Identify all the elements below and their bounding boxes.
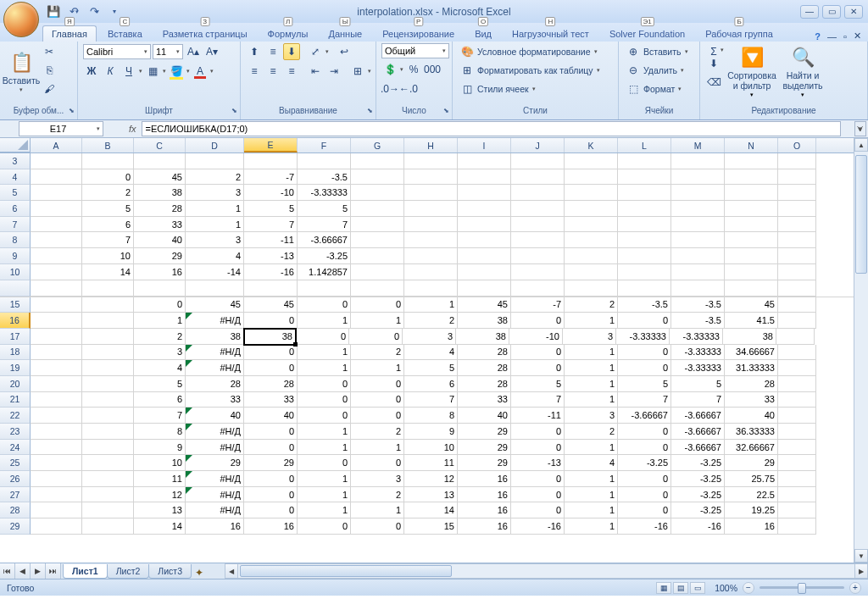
- cell[interactable]: [618, 264, 671, 280]
- decrease-indent-icon[interactable]: ⇤: [307, 63, 324, 80]
- cell[interactable]: 0: [618, 502, 671, 518]
- cell[interactable]: 1: [351, 440, 404, 456]
- cell[interactable]: [404, 248, 458, 264]
- cell[interactable]: [31, 345, 82, 361]
- cell[interactable]: -3.66667: [298, 232, 351, 248]
- cell[interactable]: 40: [725, 408, 778, 424]
- cell[interactable]: [31, 297, 82, 313]
- cell[interactable]: -16: [618, 518, 671, 535]
- cell[interactable]: 29: [458, 455, 511, 471]
- normal-view-icon[interactable]: ▦: [656, 582, 671, 594]
- cell[interactable]: -16: [511, 518, 565, 535]
- zoom-in-icon[interactable]: +: [849, 582, 861, 594]
- office-button[interactable]: [3, 2, 39, 37]
- sort-filter-button[interactable]: 🔽 Сортировка и фильтр▾: [726, 43, 778, 99]
- format-painter-icon[interactable]: 🖌: [41, 80, 58, 97]
- cell[interactable]: 7: [298, 217, 351, 233]
- help-icon[interactable]: ?: [815, 31, 821, 42]
- sheet-nav-prev-icon[interactable]: ◀: [15, 563, 31, 579]
- row-header[interactable]: 26: [0, 471, 31, 487]
- zoom-out-icon[interactable]: −: [743, 582, 754, 594]
- qat-save-icon[interactable]: 💾: [44, 3, 63, 20]
- cell[interactable]: [82, 376, 134, 392]
- cell[interactable]: 0: [351, 376, 404, 392]
- align-right-icon[interactable]: ≡: [283, 63, 300, 80]
- cell[interactable]: 1: [351, 313, 404, 329]
- cell[interactable]: [565, 248, 618, 264]
- copy-icon[interactable]: ⎘: [41, 62, 58, 79]
- cell[interactable]: [31, 217, 82, 233]
- scroll-thumb-h[interactable]: [240, 565, 452, 577]
- cell[interactable]: [404, 217, 458, 233]
- cell[interactable]: -13: [511, 455, 565, 471]
- cell[interactable]: 7: [511, 392, 565, 408]
- zoom-level[interactable]: 100%: [715, 583, 737, 593]
- thousands-icon[interactable]: 000: [424, 61, 441, 78]
- cell[interactable]: 0: [511, 440, 565, 456]
- cell[interactable]: [618, 153, 671, 169]
- row-header[interactable]: 18: [0, 345, 31, 361]
- currency-icon[interactable]: 💲: [381, 61, 398, 78]
- fill-color-icon[interactable]: 🪣: [168, 63, 185, 80]
- column-header[interactable]: L: [618, 138, 671, 152]
- cell[interactable]: 28: [458, 376, 511, 392]
- cell[interactable]: 16: [458, 518, 511, 535]
- cell[interactable]: [511, 217, 565, 233]
- borders-icon[interactable]: ▦: [144, 63, 161, 80]
- cell[interactable]: -3.5: [298, 169, 351, 186]
- expand-formula-bar-icon[interactable]: ⮟: [854, 121, 866, 136]
- cell[interactable]: [298, 153, 351, 169]
- wrap-text-icon[interactable]: ↩: [336, 43, 353, 60]
- cell[interactable]: 5: [671, 376, 725, 392]
- cell[interactable]: 0: [511, 487, 565, 503]
- cell[interactable]: 3: [565, 408, 618, 424]
- cell[interactable]: 7: [244, 217, 298, 233]
- cell[interactable]: [778, 360, 816, 376]
- cell[interactable]: 29: [458, 440, 511, 456]
- cell[interactable]: 28: [186, 376, 244, 392]
- cell[interactable]: 14: [134, 518, 186, 535]
- cell[interactable]: 1: [404, 297, 458, 313]
- cell[interactable]: 25.75: [725, 471, 778, 487]
- cell[interactable]: [134, 153, 186, 169]
- cell[interactable]: 8: [134, 424, 186, 440]
- cell[interactable]: [31, 248, 82, 264]
- cell[interactable]: -3.33333: [616, 329, 670, 345]
- cell[interactable]: [725, 185, 778, 201]
- cell[interactable]: [725, 169, 778, 186]
- vertical-scrollbar[interactable]: ▲ ▼: [854, 138, 868, 563]
- cell[interactable]: [618, 232, 671, 248]
- cell[interactable]: [511, 232, 565, 248]
- cell[interactable]: 40: [134, 232, 186, 248]
- cell[interactable]: 45: [134, 169, 186, 186]
- cell[interactable]: [31, 392, 82, 408]
- align-left-icon[interactable]: ≡: [246, 63, 263, 80]
- cell[interactable]: [82, 518, 134, 535]
- cell[interactable]: [31, 471, 82, 487]
- cell[interactable]: [725, 153, 778, 169]
- cell[interactable]: 4: [565, 455, 618, 471]
- cell[interactable]: 0: [349, 329, 403, 345]
- cell[interactable]: [458, 201, 511, 217]
- dialog-launcher-icon[interactable]: ⬊: [231, 107, 237, 114]
- cell[interactable]: 38: [134, 185, 186, 201]
- merge-cells-icon[interactable]: ⊞: [349, 63, 366, 80]
- cell[interactable]: [778, 248, 816, 264]
- cell[interactable]: 5: [404, 360, 458, 376]
- select-all-corner[interactable]: [0, 138, 31, 152]
- format-as-table-button[interactable]: ⊞Форматировать как таблицу ▾: [458, 62, 603, 79]
- tab-workgroup[interactable]: БРабочая группа: [696, 25, 782, 42]
- column-header[interactable]: M: [671, 138, 725, 152]
- cell[interactable]: [31, 424, 82, 440]
- cell[interactable]: [618, 169, 671, 186]
- conditional-formatting-button[interactable]: 🎨Условное форматирование ▾: [458, 43, 603, 60]
- cell[interactable]: 1: [298, 313, 351, 329]
- cell[interactable]: 0: [511, 424, 565, 440]
- row-header[interactable]: 10: [0, 264, 31, 280]
- cell[interactable]: [671, 232, 725, 248]
- cell[interactable]: 1: [565, 487, 618, 503]
- cell[interactable]: 1.142857: [298, 264, 351, 280]
- column-header[interactable]: H: [404, 138, 458, 152]
- cell[interactable]: [565, 169, 618, 186]
- cell[interactable]: [565, 201, 618, 217]
